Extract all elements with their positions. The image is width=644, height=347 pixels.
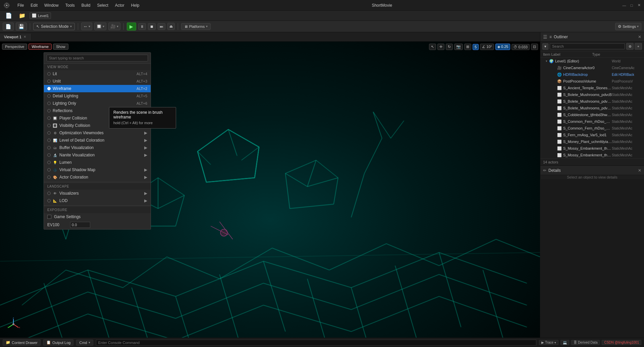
view-mode-lit[interactable]: Lit ALT+4	[44, 70, 151, 78]
menu-window[interactable]: Window	[42, 2, 61, 8]
viewport-tab-close[interactable]: ✕	[23, 35, 26, 39]
tree-type-0: CineCameraAc	[612, 66, 642, 70]
game-settings-row[interactable]: Game Settings	[44, 213, 151, 220]
content-drawer-btn[interactable]: 📁 Content Drawer	[3, 339, 41, 346]
new-btn[interactable]: 📄	[3, 12, 15, 19]
outliner-settings-btn[interactable]: ⚙	[626, 43, 634, 50]
menu-actor[interactable]: Actor	[112, 2, 127, 8]
window-controls: — □ ✕	[622, 3, 641, 8]
tree-item-8[interactable]: ⬜ S_Common_Fern_rhDso_Var1_ StaticMeshAc	[540, 118, 644, 125]
menu-help[interactable]: Help	[128, 2, 142, 8]
view-mode-lumen[interactable]: 💡 Lumen	[44, 159, 151, 166]
view-mode-lod[interactable]: 📊 Level of Detail Coloration ▶	[44, 137, 151, 144]
camera-btn[interactable]: 📷	[454, 44, 463, 50]
settings-btn[interactable]: ⚙ Settings ▾	[615, 23, 641, 30]
outliner-search-input[interactable]	[550, 43, 625, 49]
tree-item-0[interactable]: 🎥 CineCameraActor0 CineCameraAc	[540, 64, 644, 71]
svg-line-66	[351, 174, 364, 217]
viewport-tab-1[interactable]: Viewport 1 ✕	[0, 34, 31, 40]
skip-btn[interactable]: ⏭	[158, 23, 165, 30]
grid-toggle[interactable]: ⊡	[531, 44, 538, 50]
camera-btn[interactable]: 🎥 ▾	[108, 22, 120, 30]
outliner-add-btn[interactable]: +	[635, 43, 642, 50]
show-btn[interactable]: Show	[53, 44, 68, 50]
tree-item-10[interactable]: ⬜ S_Fern_rmAsg_Var5_lod1 StaticMeshAc	[540, 132, 644, 138]
lighting-only-label: Lighting Only	[53, 101, 135, 106]
tree-item-1[interactable]: 🌐 HDRIBackdrop Edit HDRIBack	[540, 71, 644, 78]
nanite-radio	[47, 153, 51, 157]
view-mode-lighting-only[interactable]: Lighting Only ALT+6	[44, 100, 151, 107]
cursor-btn[interactable]: ↖	[429, 44, 436, 50]
output-log-btn[interactable]: 📋 Output Log	[43, 339, 73, 346]
level-badge[interactable]: ⬜ Level1	[30, 12, 51, 19]
view-mode-unlit[interactable]: Unlit ALT+3	[44, 78, 151, 85]
new-level-btn[interactable]: 📄	[3, 22, 14, 31]
tree-item-6[interactable]: ⬜ S_Bolete_Mushrooms_pdvcB_ StaticMeshAc	[540, 105, 644, 111]
view-mode-detail-lighting[interactable]: Detail Lighting ALT+5	[44, 92, 151, 100]
stop-btn[interactable]: ⏹	[148, 23, 156, 30]
detail-lighting-label: Detail Lighting	[53, 94, 135, 98]
menu-tools[interactable]: Tools	[63, 2, 77, 8]
tree-root[interactable]: ▾ 🌍 Level1 (Editor) World	[540, 58, 644, 64]
menu-select[interactable]: Select	[94, 2, 111, 8]
move-btn[interactable]: ✛	[437, 44, 444, 50]
snap-btn[interactable]: 🔲 ▾	[94, 22, 106, 30]
perspective-btn[interactable]: Perspective	[2, 44, 27, 50]
minimize-btn[interactable]: —	[622, 3, 627, 8]
lumen-label: Lumen	[59, 160, 147, 165]
derived-data-badge[interactable]: 🗄 Derived Data	[571, 340, 600, 345]
wireframe-btn[interactable]: Wireframe	[29, 44, 52, 50]
outliner-close[interactable]: ✕	[638, 35, 641, 39]
tree-item-12[interactable]: ⬜ S_Mossy_Embankment_thxwz StaticMeshAc	[540, 145, 644, 152]
view-mode-actor-coloration[interactable]: 🎨 Actor Coloration ▶	[44, 174, 151, 181]
tree-item-13[interactable]: ⬜ S_Mossy_Embankment_thxwz StaticMeshAc	[540, 152, 644, 158]
grid-btn[interactable]: ⊞	[464, 44, 471, 50]
view-mode-vsm[interactable]: 🌑 Virtual Shadow Map ▶	[44, 166, 151, 174]
tree-item-3[interactable]: ⬜ S_Ancient_Temple_Stones_tix StaticMesh…	[540, 85, 644, 91]
tree-item-9[interactable]: ⬜ S_Common_Fern_rhDso_Var3_ StaticMeshAc	[540, 125, 644, 132]
output-log-label: Output Log	[52, 341, 70, 345]
maximize-btn[interactable]: □	[629, 3, 634, 8]
platforms-btn[interactable]: 🖥 Platforms ▾	[181, 23, 211, 30]
optimization-radio	[47, 131, 51, 135]
menu-edit[interactable]: Edit	[28, 2, 40, 8]
close-btn[interactable]: ✕	[637, 3, 641, 8]
cmd-btn[interactable]: Cmd ▾	[76, 340, 93, 346]
open-btn[interactable]: 📁	[16, 12, 28, 19]
view-mode-buffer[interactable]: 🗂 Buffer Visualization ▶	[44, 144, 151, 151]
play-btn[interactable]: ▶	[127, 22, 136, 31]
view-mode-wireframe[interactable]: Wireframe ALT+2	[44, 85, 151, 92]
view-mode-nanite[interactable]: 🔬 Nanite Visualization ▶	[44, 151, 151, 159]
game-settings-checkbox[interactable]	[47, 215, 51, 219]
trace-badge[interactable]: ▶ Trace ▾	[539, 340, 558, 345]
transform-btn[interactable]: ↔ ▾	[81, 22, 92, 30]
rotate-btn[interactable]: ↻	[446, 44, 453, 50]
landscape-visualizers[interactable]: 👁 Visualizers ▶	[44, 190, 151, 197]
trace-label: Trace	[545, 341, 553, 344]
tree-item-11[interactable]: ⬜ S_Money_Plant_uchmfdyia_Ve StaticMeshA…	[540, 138, 644, 145]
view-search-input[interactable]	[47, 55, 148, 61]
save-btn[interactable]: 💾	[16, 22, 27, 31]
tree-item-7[interactable]: ⬜ S_Cobblestone_tjfmbd3hw_lod StaticMesh…	[540, 111, 644, 118]
eject-btn[interactable]: ⏏	[167, 23, 175, 30]
details-close[interactable]: ✕	[638, 168, 641, 173]
tree-item-5[interactable]: ⬜ S_Bolete_Mushrooms_pdvcB_ StaticMeshAc	[540, 98, 644, 105]
sep2	[78, 23, 78, 30]
tree-item-2[interactable]: 📦 PostProcessVolume PostProcessV	[540, 78, 644, 85]
tree-icon-4: ⬜	[557, 92, 562, 97]
cmd-label: Cmd	[79, 341, 87, 345]
viewport[interactable]: Perspective Wireframe Show ↖ ✛ ↻ 📷 ⊞ 5 ∠…	[0, 42, 540, 338]
ev100-input[interactable]	[70, 222, 90, 228]
selection-mode-btn[interactable]: ↖ Selection Mode ▾	[33, 23, 75, 30]
menu-file[interactable]: File	[15, 2, 26, 8]
tree-item-4[interactable]: ⬜ S_Bolete_Mushrooms_pdvcB StaticMeshAc	[540, 91, 644, 98]
outliner-filter[interactable]: ▾	[542, 43, 548, 50]
menu-build[interactable]: Build	[79, 2, 93, 8]
console-input[interactable]	[96, 340, 536, 346]
svg-line-46	[255, 147, 259, 178]
tree-type-3: StaticMeshAc	[612, 86, 642, 90]
view-mode-optimization[interactable]: ⚙ Optimization Viewmodes ▶	[44, 129, 151, 137]
landscape-lod[interactable]: 📐 LOD ▶	[44, 197, 151, 204]
pause-btn[interactable]: ⏸	[138, 23, 146, 30]
cpu-icon-badge[interactable]: 💻	[560, 340, 569, 345]
